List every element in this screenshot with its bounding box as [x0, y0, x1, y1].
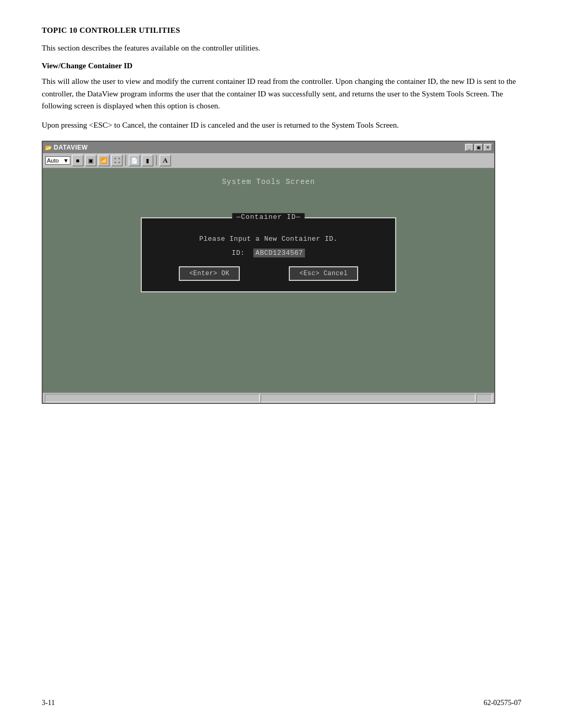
esc-cancel-button[interactable]: <Esc> Cancel [289, 266, 358, 281]
status-segment-small [476, 394, 492, 402]
footer-page-number: 3-11 [42, 699, 55, 707]
dialog-message: Please Input a New Container ID. [154, 235, 383, 243]
dropdown-arrow: ▼ [63, 157, 69, 164]
toolbar-btn-6[interactable]: ▮ [142, 155, 153, 166]
minimize-button[interactable]: _ [465, 144, 473, 151]
toolbar: Auto ▼ ■ ▣ 📶 ⛶ 📄 ▮ A [43, 153, 494, 168]
screen-area: System Tools Screen —Container ID— Pleas… [43, 168, 494, 392]
dropdown-label: Auto [47, 157, 59, 164]
status-segment-1 [45, 394, 260, 402]
window-title: DATAVIEW [54, 144, 88, 151]
toolbar-btn-5[interactable]: 📄 [129, 155, 140, 166]
title-bar-controls: _ ▣ ✕ [465, 144, 492, 151]
footer-doc-number: 62-02575-07 [484, 699, 521, 707]
toolbar-btn-1[interactable]: ■ [72, 155, 83, 166]
dataview-window: 📂 DATAVIEW _ ▣ ✕ Auto ▼ ■ ▣ 📶 ⛶ 📄 ▮ A [42, 141, 495, 404]
toolbar-separator [125, 155, 126, 166]
dialog-buttons: <Enter> OK <Esc> Cancel [154, 266, 383, 281]
enter-ok-button[interactable]: <Enter> OK [179, 266, 240, 281]
auto-dropdown[interactable]: Auto ▼ [45, 156, 70, 165]
restore-button[interactable]: ▣ [474, 144, 483, 151]
toolbar-btn-7[interactable]: A [160, 155, 171, 166]
toolbar-btn-4[interactable]: ⛶ [111, 155, 123, 166]
close-button[interactable]: ✕ [484, 144, 492, 151]
intro-paragraph: This section describes the features avai… [42, 42, 521, 54]
dialog-title: —Container ID— [232, 213, 304, 221]
toolbar-separator-2 [156, 155, 157, 166]
toolbar-btn-2[interactable]: ▣ [85, 155, 96, 166]
title-bar-left: 📂 DATAVIEW [45, 144, 88, 151]
status-segment-2 [261, 394, 475, 402]
id-label: ID: [232, 249, 245, 257]
screen-title: System Tools Screen [222, 178, 315, 186]
window-icon: 📂 [45, 144, 52, 151]
esc-note-paragraph: Upon pressing <ESC> to Cancel, the conta… [42, 119, 521, 131]
topic-heading: TOPIC 10 CONTROLLER UTILITIES [42, 26, 521, 35]
container-id-dialog: —Container ID— Please Input a New Contai… [141, 217, 396, 292]
section-subheading: View/Change Container ID [42, 61, 521, 70]
description-paragraph: This will allow the user to view and mod… [42, 76, 521, 112]
title-bar: 📂 DATAVIEW _ ▣ ✕ [43, 142, 494, 153]
toolbar-btn-3[interactable]: 📶 [98, 155, 109, 166]
dialog-id-line: ID: ABCD1234567 [154, 249, 383, 257]
status-bar [43, 392, 494, 403]
page-footer: 3-11 62-02575-07 [0, 699, 563, 707]
id-value[interactable]: ABCD1234567 [253, 249, 305, 257]
